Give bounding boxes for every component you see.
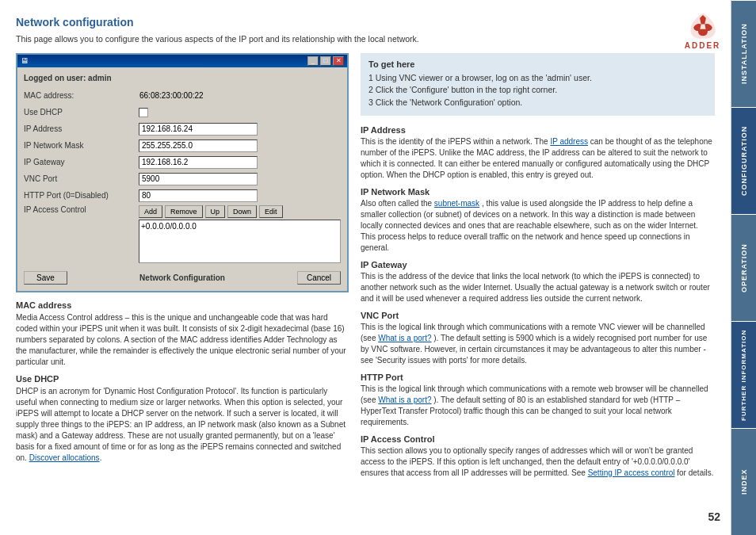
get-here-box: To get here 1 Using VNC viewer or a brow…	[361, 53, 715, 116]
access-buttons-row: Add Remove Up Down Edit	[139, 205, 341, 218]
sidebar-tab-configuration[interactable]: CONFIGURATION	[731, 107, 756, 214]
subnet-mask-link[interactable]: subnet-mask	[434, 199, 479, 208]
mac-heading: MAC address	[16, 300, 349, 310]
page-number: 52	[708, 510, 720, 523]
save-button[interactable]: Save	[24, 271, 67, 285]
mask-row: IP Network Mask 255.255.255.0	[24, 139, 341, 153]
mask-input[interactable]: 255.255.255.0	[139, 139, 258, 152]
sidebar-tab-index[interactable]: INDEX	[731, 428, 756, 535]
page-title: Network configuration	[16, 16, 715, 29]
sidebar-tab-further[interactable]: FURTHER INFORMATION	[731, 321, 756, 428]
access-list[interactable]: +0.0.0.0/0.0.0.0	[139, 220, 341, 263]
ip-access-heading: IP Access Control	[361, 434, 715, 444]
http-label: HTTP Port (0=Disabled)	[24, 191, 139, 200]
http-port-heading: HTTP Port	[361, 373, 715, 382]
ip-mask-text: Also often called the subnet-mask , this…	[361, 198, 715, 254]
dialog-fields: MAC address: 66:08:23:00:00:22 Use DHCP …	[24, 89, 341, 263]
access-control-area: Add Remove Up Down Edit +0.0.0.0/0.0.0.0	[139, 205, 341, 263]
main-content: Network configuration This page allows y…	[0, 0, 731, 535]
access-row: IP Access Control Add Remove Up Down Edi…	[24, 205, 341, 263]
up-button[interactable]: Up	[205, 205, 226, 218]
dhcp-text-content: DHCP is an acronym for 'Dynamic Host Con…	[16, 387, 346, 462]
access-label: IP Access Control	[24, 205, 139, 214]
maximize-button[interactable]: □	[320, 56, 331, 66]
vnc-port-text: This is the logical link through which c…	[361, 322, 715, 366]
cancel-button[interactable]: Cancel	[297, 271, 341, 285]
close-button[interactable]: ✕	[333, 56, 344, 66]
logo-area: ADDER	[681, 12, 724, 55]
http-input[interactable]: 80	[139, 189, 258, 202]
vnc-port-heading: VNC Port	[361, 311, 715, 320]
adder-logo-icon	[687, 12, 719, 40]
ip-address-section: IP Address This is the identity of the i…	[361, 125, 715, 181]
mask-label: IP Network Mask	[24, 141, 139, 150]
dialog-mockup: 🖥 _ □ ✕ Logged on user: admin MAC a	[16, 53, 349, 292]
dialog-title-center: Network Configuration	[139, 273, 225, 282]
ip-label: IP Address	[24, 124, 139, 133]
get-here-title: To get here	[368, 59, 707, 69]
ip-row: IP Address 192.168.16.24	[24, 122, 341, 136]
ip-mask-section: IP Network Mask Also often called the su…	[361, 187, 715, 254]
http-port-section: HTTP Port This is the logical link throu…	[361, 373, 715, 428]
vnc-row: VNC Port 5900	[24, 172, 341, 186]
vnc-label: VNC Port	[24, 174, 139, 183]
ip-gateway-text: This is the address of the device that l…	[361, 271, 715, 304]
ip-input[interactable]: 192.168.16.24	[139, 123, 258, 136]
setting-ip-access-link[interactable]: Setting IP access control	[588, 468, 675, 477]
remove-button[interactable]: Remove	[165, 205, 203, 218]
right-sidebar: INSTALLATION CONFIGURATION OPERATION FUR…	[731, 0, 756, 535]
ip-address-heading: IP Address	[361, 125, 715, 135]
page-container: Network configuration This page allows y…	[0, 0, 756, 535]
right-column: ADDER To get here 1 Using VNC viewer or …	[361, 53, 715, 527]
http-port-text: This is the logical link through which c…	[361, 384, 715, 428]
http-row: HTTP Port (0=Disabled) 80	[24, 189, 341, 203]
dialog-logged-user: Logged on user: admin	[24, 74, 341, 82]
gateway-input[interactable]: 192.168.16.2	[139, 156, 258, 169]
mac-label: MAC address:	[24, 91, 139, 100]
ip-access-text: This section allows you to optionally sp…	[361, 445, 715, 479]
edit-button[interactable]: Edit	[259, 205, 283, 218]
vnc-port-section: VNC Port This is the logical link throug…	[361, 311, 715, 366]
gateway-label: IP Gateway	[24, 158, 139, 166]
dialog-icon: 🖥	[21, 56, 29, 65]
sidebar-tab-operation[interactable]: OPERATION	[731, 214, 756, 321]
ip-address-link[interactable]: IP address	[550, 137, 588, 146]
dhcp-heading: Use DHCP	[16, 374, 349, 384]
vnc-input[interactable]: 5900	[139, 173, 258, 185]
dhcp-row: Use DHCP	[24, 105, 341, 120]
dhcp-section: Use DHCP DHCP is an acronym for 'Dynamic…	[16, 374, 349, 464]
down-button[interactable]: Down	[227, 205, 257, 218]
get-here-step-1: 1 Using VNC viewer or a browser, log on …	[368, 72, 707, 85]
discover-allocations-link[interactable]: Discover allocations	[29, 453, 100, 462]
left-column: 🖥 _ □ ✕ Logged on user: admin MAC a	[16, 53, 349, 527]
logo-text: ADDER	[685, 41, 721, 50]
sidebar-tab-installation[interactable]: INSTALLATION	[731, 0, 756, 107]
dialog-content: Logged on user: admin MAC address: 66:08…	[17, 67, 347, 291]
ip-access-section: IP Access Control This section allows yo…	[361, 434, 715, 479]
mac-value: 66:08:23:00:00:22	[139, 90, 204, 101]
dialog-buttons: Save Network Configuration Cancel	[24, 268, 341, 285]
dhcp-checkbox[interactable]	[139, 108, 148, 117]
page-description: This page allows you to configure the va…	[16, 33, 715, 45]
get-here-step-3: 3 Click the 'Network Configuration' opti…	[368, 97, 707, 109]
dhcp-text: DHCP is an acronym for 'Dynamic Host Con…	[16, 386, 349, 464]
ip-gateway-heading: IP Gateway	[361, 260, 715, 269]
gateway-row: IP Gateway 192.168.16.2	[24, 155, 341, 170]
ip-address-text: This is the identity of the iPEPS within…	[361, 136, 715, 181]
add-button[interactable]: Add	[139, 205, 162, 218]
mac-text: Media Access Control address – this is t…	[16, 312, 349, 368]
mac-row: MAC address: 66:08:23:00:00:22	[24, 89, 341, 103]
access-list-item: +0.0.0.0/0.0.0.0	[141, 222, 338, 231]
what-is-port-link-vnc[interactable]: What is a port?	[378, 334, 431, 342]
get-here-step-2: 2 Click the 'Configure' button in the to…	[368, 84, 707, 97]
below-dialog: MAC address Media Access Control address…	[16, 300, 349, 368]
dialog-titlebar: 🖥 _ □ ✕	[17, 55, 347, 67]
top-section: 🖥 _ □ ✕ Logged on user: admin MAC a	[16, 53, 715, 527]
ip-gateway-section: IP Gateway This is the address of the de…	[361, 260, 715, 304]
what-is-port-link-http[interactable]: What is a port?	[378, 396, 431, 404]
dhcp-label: Use DHCP	[24, 108, 139, 117]
ip-mask-heading: IP Network Mask	[361, 187, 715, 197]
titlebar-controls: _ □ ✕	[307, 56, 344, 66]
minimize-button[interactable]: _	[307, 56, 319, 66]
